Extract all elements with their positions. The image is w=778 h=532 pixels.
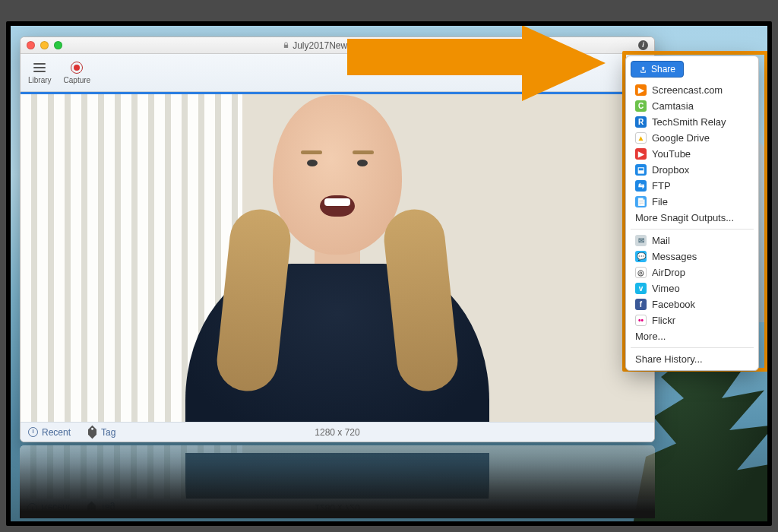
share-item-label: AirDrop (652, 267, 685, 278)
share-item-dropbox[interactable]: ⬓Dropbox (631, 162, 754, 178)
share-item-vimeo[interactable]: vVimeo (631, 280, 754, 296)
share-item-label: Dropbox (652, 164, 689, 176)
share-item-label: YouTube (652, 148, 691, 160)
vimeo-icon: v (635, 283, 647, 294)
minimize-window-button[interactable] (40, 41, 49, 49)
capture-button[interactable]: Capture (64, 61, 91, 84)
screenshot-frame: July2017Newsletter.mp4 i Library Capture (6, 21, 772, 526)
snagit-window: July2017Newsletter.mp4 i Library Capture (20, 36, 655, 442)
file-icon: 📄 (635, 196, 647, 207)
share-menu: Share ▶Screencast.comCCamtasiaRTechSmith… (625, 55, 759, 371)
tag-label: Tag (101, 427, 115, 438)
screencast-icon: ▶ (635, 84, 647, 96)
share-item-label: Vimeo (652, 283, 680, 294)
more-item[interactable]: More... (631, 328, 754, 344)
share-item-airdrop[interactable]: ◎AirDrop (631, 264, 754, 280)
library-label: Library (28, 76, 52, 84)
share-item-messages[interactable]: 💬Messages (631, 249, 754, 264)
menu-item-label: More Snagit Outputs... (635, 212, 734, 223)
share-item-file[interactable]: 📄File (631, 194, 754, 210)
dropbox-icon: ⬓ (635, 164, 647, 176)
library-button[interactable]: Library (28, 61, 52, 84)
messages-icon: 💬 (635, 251, 647, 262)
record-icon (68, 61, 85, 74)
ftp-icon: ⇆ (635, 180, 647, 192)
share-item-camtasia[interactable]: CCamtasia (631, 98, 754, 114)
gdrive-icon: ▲ (635, 132, 647, 144)
share-item-label: Flickr (652, 315, 675, 326)
airdrop-icon: ◎ (635, 267, 647, 278)
camtasia-icon: C (635, 100, 647, 112)
titlebar[interactable]: July2017Newsletter.mp4 i (21, 37, 654, 54)
clock-icon (28, 427, 38, 437)
toolbar: Library Capture (21, 54, 654, 92)
share-item-ftp[interactable]: ⇆FTP (631, 178, 754, 194)
share-item-youtube[interactable]: ▶YouTube (631, 146, 754, 162)
share-button-label: Share (651, 64, 675, 74)
share-item-gdrive[interactable]: ▲Google Drive (631, 130, 754, 146)
menu-item-label: More... (635, 331, 666, 342)
share-item-label: Facebook (652, 299, 695, 310)
window-title-text: July2017Newsletter.mp4 (293, 40, 392, 51)
menu-item-label: Share History... (635, 353, 703, 365)
share-item-mail[interactable]: ✉Mail (631, 233, 754, 249)
share-history-item[interactable]: Share History... (631, 351, 754, 367)
hamburger-icon (31, 61, 48, 74)
share-item-label: TechSmith Relay (652, 116, 726, 128)
reflection-fade (20, 445, 655, 518)
flickr-icon: •• (635, 315, 647, 326)
desktop-wallpaper: July2017Newsletter.mp4 i Library Capture (11, 26, 767, 521)
share-item-relay[interactable]: RTechSmith Relay (631, 114, 754, 130)
close-window-button[interactable] (27, 41, 35, 49)
share-item-label: Screencast.com (652, 84, 723, 96)
share-button[interactable]: Share (631, 61, 684, 78)
relay-icon: R (635, 116, 647, 128)
share-item-facebook[interactable]: fFacebook (631, 296, 754, 312)
share-item-label: Mail (652, 235, 670, 246)
recent-label: Recent (42, 427, 71, 438)
share-item-label: Google Drive (652, 132, 710, 144)
info-button[interactable]: i (638, 40, 648, 50)
window-title: July2017Newsletter.mp4 (21, 40, 654, 51)
lock-icon (283, 42, 289, 49)
mail-icon: ✉ (635, 235, 647, 246)
share-item-label: File (652, 196, 668, 207)
share-item-label: Camtasia (652, 100, 694, 112)
share-item-screencast[interactable]: ▶Screencast.com (631, 82, 754, 98)
recent-button[interactable]: Recent (28, 427, 71, 438)
video-preview[interactable] (21, 94, 654, 422)
share-item-flickr[interactable]: ••Flickr (631, 312, 754, 328)
share-icon (639, 65, 647, 74)
facebook-icon: f (635, 299, 647, 310)
zoom-window-button[interactable] (54, 41, 62, 49)
tag-icon (85, 425, 99, 439)
statusbar: Recent Tag 1280 x 720 (21, 422, 654, 442)
window-controls (27, 41, 62, 49)
tag-button[interactable]: Tag (87, 427, 115, 438)
share-item-label: Messages (652, 251, 697, 262)
share-item-label: FTP (652, 180, 671, 192)
youtube-icon: ▶ (635, 148, 647, 160)
more-outputs-item[interactable]: More Snagit Outputs... (631, 210, 754, 226)
dimensions-label: 1280 x 720 (315, 427, 359, 438)
capture-label: Capture (64, 76, 91, 84)
